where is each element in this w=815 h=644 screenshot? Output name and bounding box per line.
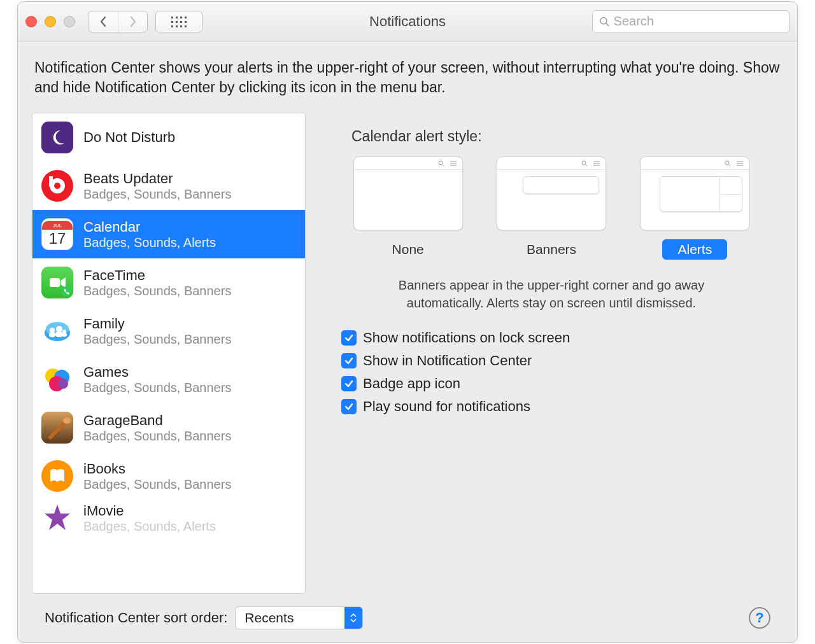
close-button[interactable] xyxy=(25,16,37,27)
svg-point-6 xyxy=(61,286,71,297)
sidebar-item-ibooks[interactable]: iBooks Badges, Sounds, Banners xyxy=(32,452,305,500)
app-sub: Badges, Sounds, Alerts xyxy=(83,519,216,534)
svg-point-20 xyxy=(439,161,443,165)
calendar-icon: JUL 17 xyxy=(41,218,73,250)
select-stepper-icon xyxy=(344,607,362,629)
garageband-icon xyxy=(41,412,73,444)
minimize-button[interactable] xyxy=(45,16,56,27)
app-list[interactable]: Do Not Disturb Beats Updater Badges, Sou… xyxy=(32,113,306,594)
svg-rect-12 xyxy=(49,332,55,337)
preview-none xyxy=(353,157,463,230)
check-notification-center[interactable]: Show in Notification Center xyxy=(341,353,765,369)
svg-point-0 xyxy=(600,17,607,24)
svg-line-31 xyxy=(729,165,730,166)
app-name: iMovie xyxy=(83,503,216,519)
check-label: Show notifications on lock screen xyxy=(363,330,570,346)
sidebar-item-dnd[interactable]: Do Not Disturb xyxy=(32,113,305,162)
preferences-window: Notifications Notification Center shows … xyxy=(17,1,798,643)
help-button[interactable]: ? xyxy=(749,607,770,629)
check-label: Badge app icon xyxy=(363,375,460,392)
svg-point-10 xyxy=(56,326,62,332)
search-field[interactable] xyxy=(592,10,790,33)
app-name: GarageBand xyxy=(83,412,231,429)
svg-point-3 xyxy=(54,183,60,189)
ibooks-icon xyxy=(41,460,73,492)
preview-alerts xyxy=(640,157,749,230)
sidebar-item-facetime[interactable]: FaceTime Badges, Sounds, Banners xyxy=(32,258,305,307)
svg-rect-14 xyxy=(62,333,67,337)
panels: Do Not Disturb Beats Updater Badges, Sou… xyxy=(32,113,783,594)
select-value: Recents xyxy=(236,607,344,629)
list-mini-icon xyxy=(593,160,600,167)
alert-style-none[interactable]: None xyxy=(351,157,465,260)
traffic-lights xyxy=(25,16,75,27)
svg-line-21 xyxy=(443,165,444,166)
check-sound[interactable]: Play sound for notifications xyxy=(341,398,765,415)
app-name: Calendar xyxy=(83,219,216,235)
search-input[interactable] xyxy=(614,14,783,29)
app-sub: Badges, Sounds, Banners xyxy=(83,187,231,202)
checkbox-icon xyxy=(341,353,357,368)
games-icon xyxy=(41,363,73,395)
show-all-button[interactable] xyxy=(155,11,202,32)
sidebar-item-imovie[interactable]: iMovie Badges, Sounds, Alerts xyxy=(32,500,305,536)
style-label: Banners xyxy=(511,239,592,260)
app-sub: Badges, Sounds, Banners xyxy=(83,429,231,444)
family-icon xyxy=(41,315,73,347)
svg-point-25 xyxy=(582,161,586,165)
alert-style-banners[interactable]: Banners xyxy=(494,157,609,260)
sidebar-item-garageband[interactable]: GarageBand Badges, Sounds, Banners xyxy=(32,403,305,452)
app-sub: Badges, Sounds, Banners xyxy=(83,381,231,395)
moon-icon xyxy=(41,122,73,153)
svg-point-19 xyxy=(63,417,71,424)
chevron-left-icon xyxy=(99,16,107,27)
svg-point-18 xyxy=(58,379,68,389)
app-sub: Badges, Sounds, Banners xyxy=(83,477,231,492)
intro-text: Notification Center shows your alerts in… xyxy=(34,58,781,97)
app-sub: Badges, Sounds, Alerts xyxy=(83,235,216,250)
chevron-right-icon xyxy=(129,16,137,27)
app-name: FaceTime xyxy=(83,267,231,284)
titlebar: Notifications xyxy=(18,2,797,41)
search-mini-icon xyxy=(581,160,588,167)
beats-icon xyxy=(41,170,73,202)
search-icon xyxy=(599,16,610,27)
check-label: Show in Notification Center xyxy=(363,353,532,369)
app-name: iBooks xyxy=(83,461,231,477)
svg-rect-5 xyxy=(50,278,60,287)
grid-icon xyxy=(170,15,188,28)
svg-line-1 xyxy=(606,23,609,25)
checkbox-icon xyxy=(341,376,357,391)
sidebar-item-family[interactable]: Family Badges, Sounds, Banners xyxy=(32,307,305,355)
alert-style-heading: Calendar alert style: xyxy=(351,128,765,145)
nav-back-forward xyxy=(88,11,148,32)
check-label: Play sound for notifications xyxy=(363,398,530,415)
facetime-icon xyxy=(41,267,73,298)
zoom-button[interactable] xyxy=(64,16,75,27)
alert-style-alerts[interactable]: Alerts xyxy=(637,157,752,260)
svg-point-9 xyxy=(50,328,55,333)
style-hint: Banners appear in the upper-right corner… xyxy=(373,276,730,312)
svg-rect-4 xyxy=(49,176,53,186)
search-mini-icon xyxy=(725,160,731,167)
check-lock-screen[interactable]: Show notifications on lock screen xyxy=(341,330,765,346)
app-name: Beats Updater xyxy=(83,171,231,187)
sidebar-item-games[interactable]: Games Badges, Sounds, Banners xyxy=(32,355,305,403)
list-mini-icon xyxy=(736,160,744,167)
footer: Notification Center sort order: Recents … xyxy=(32,594,783,642)
list-mini-icon xyxy=(450,160,457,167)
check-badge[interactable]: Badge app icon xyxy=(341,375,765,392)
svg-line-26 xyxy=(586,165,587,166)
sidebar-item-beats[interactable]: Beats Updater Badges, Sounds, Banners xyxy=(32,162,305,210)
forward-button[interactable] xyxy=(118,11,147,32)
sort-order-select[interactable]: Recents xyxy=(235,606,363,629)
sort-order-label: Notification Center sort order: xyxy=(45,610,227,626)
back-button[interactable] xyxy=(89,11,118,32)
alert-style-row: None Banners xyxy=(337,157,765,260)
sidebar-item-calendar[interactable]: JUL 17 Calendar Badges, Sounds, Alerts xyxy=(32,210,305,258)
checkbox-icon xyxy=(341,399,357,414)
imovie-icon xyxy=(41,502,73,534)
style-label: Alerts xyxy=(662,239,727,260)
style-label: None xyxy=(377,239,439,260)
app-name: Games xyxy=(83,364,231,381)
